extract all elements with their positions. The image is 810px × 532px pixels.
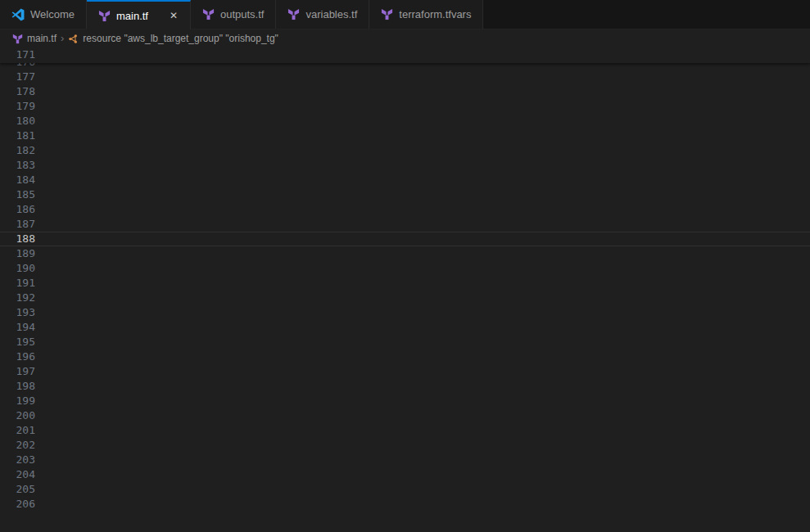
line-number: 182 [0,143,35,158]
breadcrumb-file[interactable]: main.tf [12,33,57,44]
line-number: 188 [0,232,35,246]
chevron-right-icon: › [61,34,64,43]
code-line[interactable]: 198 [0,379,810,394]
code-line[interactable]: 183 [0,158,810,173]
code-editor[interactable]: 171 176177178179180181182183184185186187… [0,47,810,532]
line-number: 192 [0,291,35,305]
code-line[interactable]: 187 [0,217,810,232]
breadcrumb-symbol[interactable]: resource "aws_lb_target_group" "orishop_… [68,33,278,44]
close-icon[interactable]: ✕ [165,7,182,24]
code-line[interactable]: 189 [0,246,810,261]
tab-main-tf[interactable]: main.tf ✕ [87,0,191,29]
line-number: 180 [0,114,35,128]
code-line[interactable]: 204 [0,467,810,482]
code-line[interactable]: 206 [0,497,810,512]
code-line[interactable]: 182 [0,143,810,158]
tab-variables-tf[interactable]: variables.tf [276,0,369,29]
code-line[interactable]: 194 [0,320,810,335]
line-number: 179 [0,99,35,114]
terraform-icon [98,10,111,22]
line-number: 190 [0,261,35,276]
line-number: 183 [0,158,35,173]
line-number: 195 [0,335,35,349]
line-number: 177 [0,70,35,84]
tab-terraform-tfvars[interactable]: terraform.tfvars [369,0,483,29]
code-lines: 1761771781791801811821831841851861871881… [0,55,810,512]
line-number: 193 [0,305,35,320]
code-line[interactable]: 202 [0,438,810,453]
terraform-icon [287,8,300,20]
line-number: 184 [0,173,35,187]
code-line[interactable]: 200 [0,408,810,423]
code-line[interactable]: 205 [0,482,810,497]
code-line[interactable]: 193 [0,305,810,320]
line-number: 199 [0,394,35,408]
vscode-window: Welcome main.tf ✕ outputs.tf [0,0,810,532]
line-number: 191 [0,276,35,291]
code-line[interactable]: 195 [0,335,810,349]
tab-label: variables.tf [305,8,357,20]
line-number: 194 [0,320,35,335]
tab-welcome[interactable]: Welcome [0,0,87,29]
code-line[interactable]: 179 [0,99,810,114]
code-line[interactable]: 188 [0,232,810,246]
line-number: 198 [0,379,35,394]
line-number: 204 [0,467,35,482]
editor-tab-bar: Welcome main.tf ✕ outputs.tf [0,0,810,29]
breadcrumb-symbol-label: resource "aws_lb_target_group" "orishop_… [83,33,278,44]
tab-label: Welcome [30,8,75,20]
code-line[interactable]: 185 [0,187,810,202]
breadcrumb: main.tf › resource "aws_lb_target_group"… [0,29,810,47]
code-line[interactable]: 196 [0,349,810,364]
code-line[interactable]: 180 [0,114,810,128]
line-number: 197 [0,364,35,379]
tab-label: terraform.tfvars [399,8,471,20]
line-number: 189 [0,246,35,261]
code-line[interactable]: 199 [0,394,810,408]
terraform-icon [12,34,23,44]
code-line[interactable]: 191 [0,276,810,291]
line-number: 202 [0,438,35,453]
line-number: 203 [0,453,35,467]
line-number: 196 [0,349,35,364]
line-number: 186 [0,202,35,217]
code-line[interactable]: 184 [0,173,810,187]
code-line[interactable]: 192 [0,291,810,305]
line-number: 206 [0,497,35,512]
code-line[interactable]: 197 [0,364,810,379]
line-number: 205 [0,482,35,497]
code-line[interactable]: 181 [0,128,810,143]
terraform-icon [202,8,215,20]
code-line[interactable]: 186 [0,202,810,217]
line-number: 185 [0,187,35,202]
line-number: 200 [0,408,35,423]
code-line[interactable]: 203 [0,453,810,467]
line-number: 187 [0,217,35,232]
line-number: 171 [0,47,35,62]
code-line[interactable]: 201 [0,423,810,438]
terraform-icon [381,8,393,20]
sticky-line[interactable]: 171 [0,47,810,62]
breadcrumb-file-label: main.tf [27,33,57,44]
tab-outputs-tf[interactable]: outputs.tf [191,0,276,29]
line-number: 201 [0,423,35,438]
tab-label: outputs.tf [220,8,264,20]
code-line[interactable]: 178 [0,84,810,99]
code-line[interactable]: 190 [0,261,810,276]
line-number: 178 [0,84,35,99]
vscode-logo-icon [11,8,25,21]
line-number: 181 [0,128,35,143]
sticky-scroll-line[interactable]: 171 [0,47,810,63]
code-line[interactable]: 177 [0,70,810,84]
tab-label: main.tf [116,10,148,22]
resource-symbol-icon [68,34,79,44]
